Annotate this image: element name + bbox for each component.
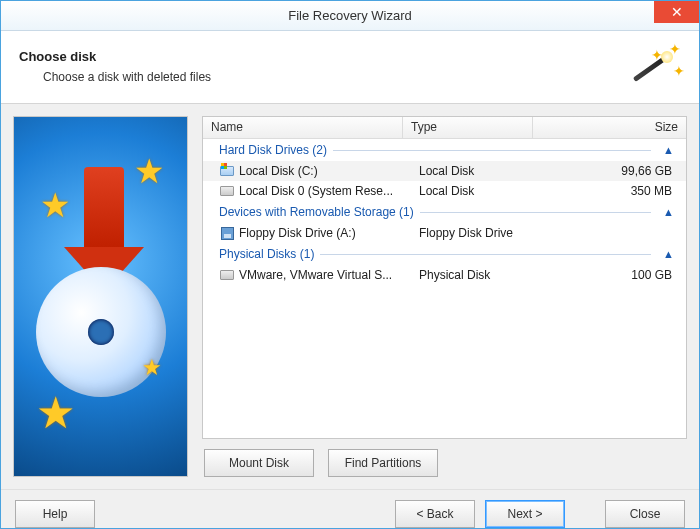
next-button[interactable]: Next > [485, 500, 565, 528]
collapse-icon[interactable]: ▲ [657, 144, 680, 156]
close-button[interactable]: Close [605, 500, 685, 528]
titlebar: File Recovery Wizard ✕ [1, 1, 699, 31]
find-partitions-button[interactable]: Find Partitions [328, 449, 438, 477]
column-header-name[interactable]: Name [203, 117, 403, 138]
collapse-icon[interactable]: ▲ [657, 248, 680, 260]
disk-size: 350 MB [549, 184, 682, 198]
drive-icon [219, 184, 235, 198]
wizard-wand-icon: ✦ ✦ ✦ [621, 41, 681, 91]
disk-type: Local Disk [419, 164, 549, 178]
disk-list-header: Name Type Size [203, 117, 686, 139]
wizard-header: Choose disk Choose a disk with deleted f… [1, 31, 699, 104]
column-header-size[interactable]: Size [533, 117, 686, 138]
disk-row[interactable]: Local Disk 0 (System Rese... Local Disk … [203, 181, 686, 201]
floppy-icon [219, 226, 235, 240]
window-title: File Recovery Wizard [1, 8, 699, 23]
window-close-button[interactable]: ✕ [654, 1, 699, 23]
drive-icon [219, 268, 235, 282]
group-removable-storage[interactable]: Devices with Removable Storage (1) ▲ [203, 201, 686, 223]
wizard-content: ★ ★ ★ ★ Name Type Size Hard Disk Drives … [1, 104, 699, 489]
disk-size: 99,66 GB [549, 164, 682, 178]
disk-row[interactable]: Local Disk (C:) Local Disk 99,66 GB [203, 161, 686, 181]
step-subtitle: Choose a disk with deleted files [43, 70, 211, 84]
help-button[interactable]: Help [15, 500, 95, 528]
disk-name: Local Disk 0 (System Rese... [239, 184, 419, 198]
wizard-illustration: ★ ★ ★ ★ [13, 116, 188, 477]
back-button[interactable]: < Back [395, 500, 475, 528]
drive-icon [219, 164, 235, 178]
disk-type: Physical Disk [419, 268, 549, 282]
disk-type: Floppy Disk Drive [419, 226, 549, 240]
disk-panel: Name Type Size Hard Disk Drives (2) ▲ Lo… [202, 116, 687, 477]
disk-name: VMware, VMware Virtual S... [239, 268, 419, 282]
wizard-header-text: Choose disk Choose a disk with deleted f… [19, 49, 211, 84]
group-hard-disk-drives[interactable]: Hard Disk Drives (2) ▲ [203, 139, 686, 161]
disk-type: Local Disk [419, 184, 549, 198]
disk-list[interactable]: Name Type Size Hard Disk Drives (2) ▲ Lo… [202, 116, 687, 439]
disk-name: Local Disk (C:) [239, 164, 419, 178]
disk-row[interactable]: VMware, VMware Virtual S... Physical Dis… [203, 265, 686, 285]
close-icon: ✕ [671, 5, 683, 19]
step-title: Choose disk [19, 49, 211, 64]
group-physical-disks[interactable]: Physical Disks (1) ▲ [203, 243, 686, 265]
disk-row[interactable]: Floppy Disk Drive (A:) Floppy Disk Drive [203, 223, 686, 243]
wizard-footer: Help < Back Next > Close [1, 489, 699, 529]
mount-disk-button[interactable]: Mount Disk [204, 449, 314, 477]
collapse-icon[interactable]: ▲ [657, 206, 680, 218]
disk-actions: Mount Disk Find Partitions [202, 449, 687, 477]
disk-name: Floppy Disk Drive (A:) [239, 226, 419, 240]
disk-size: 100 GB [549, 268, 682, 282]
column-header-type[interactable]: Type [403, 117, 533, 138]
